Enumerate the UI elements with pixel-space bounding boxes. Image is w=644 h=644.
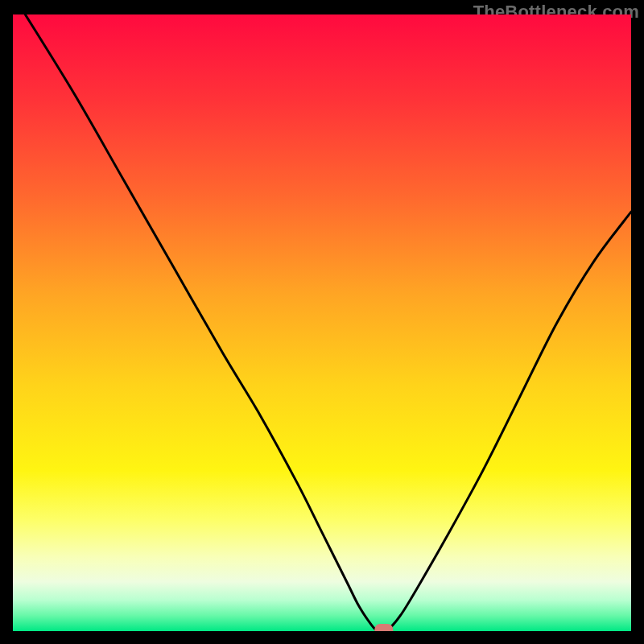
minimum-marker	[374, 624, 393, 631]
plot-area	[13, 14, 631, 631]
chart-frame: TheBottleneck.com	[13, 14, 631, 631]
bottleneck-curve	[25, 14, 631, 631]
